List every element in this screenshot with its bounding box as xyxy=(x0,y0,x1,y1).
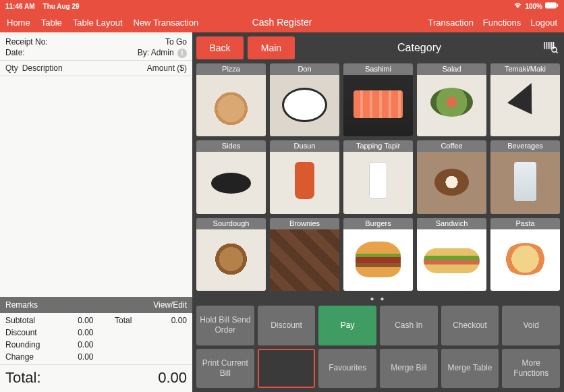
receipt-body xyxy=(0,76,192,298)
category-tile[interactable]: Burgers xyxy=(343,218,413,291)
category-tile[interactable]: Sides xyxy=(196,140,266,213)
menu-transaction[interactable]: Transaction xyxy=(428,18,473,28)
category-thumb xyxy=(196,152,266,213)
menu-functions[interactable]: Functions xyxy=(483,18,521,28)
fn-more-functions[interactable]: More Functions xyxy=(502,349,560,389)
top-menu: Home Table Table Layout New Transaction … xyxy=(0,12,564,32)
category-thumb xyxy=(270,75,339,136)
receipt-columns: Qty Description Amount ($) xyxy=(0,60,192,76)
category-tile[interactable]: Don xyxy=(270,63,339,136)
category-thumb xyxy=(343,229,413,291)
category-label: Salad xyxy=(417,63,486,75)
fn-print-current-bill[interactable]: Print Current Bill xyxy=(196,349,254,389)
category-label: Sandwich xyxy=(417,218,486,229)
fn-checkout[interactable]: Checkout xyxy=(441,306,499,345)
category-thumb xyxy=(270,152,339,213)
category-label: Sashimi xyxy=(343,63,413,75)
category-tile[interactable]: Brownies xyxy=(270,218,339,291)
category-tile[interactable]: Coffee xyxy=(417,140,486,213)
category-tile[interactable]: Salad xyxy=(417,63,486,136)
svg-rect-0 xyxy=(545,2,557,8)
svg-point-2 xyxy=(552,47,557,52)
category-tile[interactable]: Sandwich xyxy=(417,218,486,291)
category-tile[interactable]: Dusun xyxy=(270,140,339,213)
category-thumb xyxy=(270,229,339,291)
remarks-bar[interactable]: Remarks View/Edit xyxy=(0,297,192,313)
category-thumb xyxy=(490,75,560,136)
category-tile[interactable]: Sashimi xyxy=(343,63,413,136)
main-button[interactable]: Main xyxy=(248,36,295,59)
info-icon[interactable]: i xyxy=(177,49,187,58)
category-label: Pizza xyxy=(196,63,266,75)
fn-merge-table[interactable]: Merge Table xyxy=(441,349,499,389)
menu-table[interactable]: Table xyxy=(41,18,62,28)
discount-value: 0.00 xyxy=(60,328,94,337)
change-label: Change xyxy=(5,352,55,362)
category-label: Tapping Tapir xyxy=(343,140,413,152)
wifi-icon xyxy=(513,2,522,10)
receipt-by: By: Admin i xyxy=(138,48,187,58)
category-label: Pasta xyxy=(490,218,560,229)
receipt-no-label: Receipt No: xyxy=(5,37,48,47)
menu-logout[interactable]: Logout xyxy=(530,18,557,28)
category-tile[interactable]: Sourdough xyxy=(196,218,266,291)
change-value: 0.00 xyxy=(60,352,94,362)
category-thumb xyxy=(343,152,413,213)
page-dots[interactable]: ● ● xyxy=(196,295,560,302)
menu-right: Transaction Functions Logout xyxy=(428,18,557,28)
right-panel: Back Main Category PizzaDonSashimiSaladT… xyxy=(192,32,564,392)
fn-void[interactable]: Void xyxy=(502,306,560,345)
function-grid: Hold Bill Send OrderDiscountPayCash InCh… xyxy=(196,306,560,388)
status-right: 100% xyxy=(513,2,559,10)
battery-icon xyxy=(545,2,559,10)
fn-favourites[interactable]: Favourites xyxy=(318,349,376,389)
status-bar: 11:46 AM Thu Aug 29 100% xyxy=(0,0,564,12)
receipt-panel: Receipt No: To Go Date: By: Admin i Qty … xyxy=(0,32,192,392)
category-label: Sides xyxy=(196,140,266,152)
discount-label: Discount xyxy=(5,328,55,337)
total-side-label: Total xyxy=(99,316,148,325)
total-side-value: 0.00 xyxy=(153,316,187,325)
remarks-action[interactable]: View/Edit xyxy=(153,300,187,310)
receipt-date-label: Date: xyxy=(5,48,25,57)
back-button[interactable]: Back xyxy=(196,36,244,59)
grand-label: Total: xyxy=(5,369,41,387)
menu-table-layout[interactable]: Table Layout xyxy=(73,18,123,28)
fn-discount[interactable]: Discount xyxy=(258,306,316,345)
rounding-value: 0.00 xyxy=(60,340,94,349)
category-label: Temaki/Maki xyxy=(490,63,560,75)
category-label: Dusun xyxy=(270,140,339,152)
category-tile[interactable]: Beverages xyxy=(490,140,560,213)
category-thumb xyxy=(417,229,486,291)
category-thumb xyxy=(196,75,266,136)
category-thumb xyxy=(196,229,266,291)
receipt-no-value: To Go xyxy=(165,37,187,47)
category-label: Sourdough xyxy=(196,218,266,229)
category-thumb xyxy=(417,75,486,136)
category-tile[interactable]: Tapping Tapir xyxy=(343,140,413,213)
fn-merge-bill[interactable]: Merge Bill xyxy=(380,349,438,389)
category-tile[interactable]: Pizza xyxy=(196,63,266,136)
barcode-search-icon[interactable] xyxy=(544,41,560,55)
category-tile[interactable]: Pasta xyxy=(490,218,560,291)
category-label: Brownies xyxy=(270,218,339,229)
status-time: 11:46 AM xyxy=(5,3,35,10)
grand-value: 0.00 xyxy=(158,369,187,387)
category-title: Category xyxy=(299,42,540,54)
category-grid: PizzaDonSashimiSaladTemaki/MakiSidesDusu… xyxy=(196,63,560,291)
menu-home[interactable]: Home xyxy=(7,18,30,28)
category-label: Don xyxy=(270,63,339,75)
rounding-label: Rounding xyxy=(5,340,55,349)
battery-pct: 100% xyxy=(525,3,542,10)
category-thumb xyxy=(343,75,413,136)
category-thumb xyxy=(490,229,560,291)
category-thumb xyxy=(490,152,560,213)
fn-empty-slot[interactable] xyxy=(258,349,316,389)
fn-cash-in[interactable]: Cash In xyxy=(380,306,438,345)
category-tile[interactable]: Temaki/Maki xyxy=(490,63,560,136)
fn-hold-bill-send-order[interactable]: Hold Bill Send Order xyxy=(196,306,254,345)
menu-new-transaction[interactable]: New Transaction xyxy=(134,18,199,28)
fn-pay[interactable]: Pay xyxy=(318,306,376,345)
menu-title: Cash Register xyxy=(252,17,312,28)
category-thumb xyxy=(417,152,486,213)
